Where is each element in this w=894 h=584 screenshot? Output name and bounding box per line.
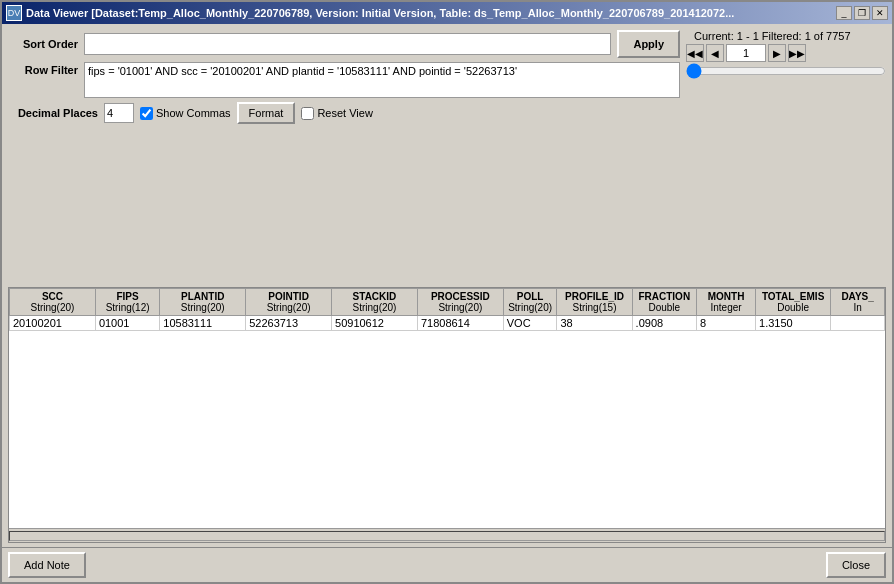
first-page-button[interactable]: ◀◀ [686, 44, 704, 62]
right-controls: Current: 1 - 1 Filtered: 1 of 7757 ◀◀ ◀ … [686, 30, 886, 78]
last-page-button[interactable]: ▶▶ [788, 44, 806, 62]
reset-view-checkbox[interactable] [301, 107, 314, 120]
col-header-month: MONTH Integer [697, 288, 756, 315]
cell-stackid: 50910612 [332, 315, 418, 330]
sort-order-label: Sort Order [8, 38, 78, 50]
sort-order-row: Sort Order Apply [8, 30, 680, 58]
row-filter-row: Row Filter fips = '01001' AND scc = '201… [8, 62, 680, 98]
table-container: SCC String(20) FIPS String(12) PLANTID S… [8, 287, 886, 544]
current-info: Current: 1 - 1 Filtered: 1 of 7757 [694, 30, 851, 42]
decimal-places-row: Decimal Places Show Commas Format Reset … [8, 102, 680, 124]
add-note-button[interactable]: Add Note [8, 552, 86, 578]
table-scroll[interactable]: SCC String(20) FIPS String(12) PLANTID S… [9, 288, 885, 529]
horizontal-scrollbar-area [9, 528, 885, 542]
col-header-pointid: POINTID String(20) [246, 288, 332, 315]
table-header-row: SCC String(20) FIPS String(12) PLANTID S… [10, 288, 885, 315]
decimal-places-input[interactable] [104, 103, 134, 123]
sort-order-input[interactable] [84, 33, 611, 55]
nav-row: ◀◀ ◀ ▶ ▶▶ [686, 44, 806, 62]
cell-poll: VOC [503, 315, 557, 330]
col-header-days: DAYS_ In [831, 288, 885, 315]
restore-button[interactable]: ❐ [854, 6, 870, 20]
col-header-stackid: STACKID String(20) [332, 288, 418, 315]
main-window: DV Data Viewer [Dataset:Temp_Alloc_Month… [0, 0, 894, 584]
cell-pointid: 52263713 [246, 315, 332, 330]
window-title: Data Viewer [Dataset:Temp_Alloc_Monthly_… [26, 7, 832, 19]
minimize-button[interactable]: _ [836, 6, 852, 20]
table-row: 20100201 01001 10583111 52263713 5091061… [10, 315, 885, 330]
cell-days [831, 315, 885, 330]
slider-row [686, 64, 886, 78]
left-controls: Sort Order Apply Row Filter fips = '0100… [8, 30, 680, 124]
horizontal-scrollbar[interactable] [9, 531, 885, 541]
prev-page-button[interactable]: ◀ [706, 44, 724, 62]
row-filter-label: Row Filter [8, 62, 78, 76]
page-input[interactable] [726, 44, 766, 62]
cell-profileid: 38 [557, 315, 632, 330]
decimal-places-label: Decimal Places [8, 107, 98, 119]
cell-scc: 20100201 [10, 315, 96, 330]
table-body: 20100201 01001 10583111 52263713 5091061… [10, 315, 885, 330]
col-header-fraction: FRACTION Double [632, 288, 696, 315]
data-table: SCC String(20) FIPS String(12) PLANTID S… [9, 288, 885, 331]
col-header-profileid: PROFILE_ID String(15) [557, 288, 632, 315]
title-bar: DV Data Viewer [Dataset:Temp_Alloc_Month… [2, 2, 892, 24]
col-header-scc: SCC String(20) [10, 288, 96, 315]
format-button[interactable]: Format [237, 102, 296, 124]
close-title-button[interactable]: ✕ [872, 6, 888, 20]
cell-month: 8 [697, 315, 756, 330]
show-commas-checkbox[interactable] [140, 107, 153, 120]
app-icon: DV [6, 5, 22, 21]
cell-processid: 71808614 [417, 315, 503, 330]
bottom-bar: Add Note Close [2, 547, 892, 582]
col-header-poll: POLL String(20) [503, 288, 557, 315]
top-controls: Sort Order Apply Row Filter fips = '0100… [8, 30, 886, 124]
col-header-processid: PROCESSID String(20) [417, 288, 503, 315]
close-button[interactable]: Close [826, 552, 886, 578]
col-header-fips: FIPS String(12) [95, 288, 159, 315]
show-commas-label[interactable]: Show Commas [140, 107, 231, 120]
cell-plantid: 10583111 [160, 315, 246, 330]
col-header-plantid: PLANTID String(20) [160, 288, 246, 315]
position-slider[interactable] [686, 64, 886, 78]
cell-totalemis: 1.3150 [756, 315, 831, 330]
next-page-button[interactable]: ▶ [768, 44, 786, 62]
col-header-totalemis: TOTAL_EMIS Double [756, 288, 831, 315]
reset-view-label[interactable]: Reset View [301, 107, 372, 120]
cell-fips: 01001 [95, 315, 159, 330]
title-bar-buttons: _ ❐ ✕ [836, 6, 888, 20]
cell-fraction: .0908 [632, 315, 696, 330]
row-filter-input[interactable]: fips = '01001' AND scc = '20100201' AND … [84, 62, 680, 98]
apply-button[interactable]: Apply [617, 30, 680, 58]
content-area: Sort Order Apply Row Filter fips = '0100… [2, 24, 892, 287]
